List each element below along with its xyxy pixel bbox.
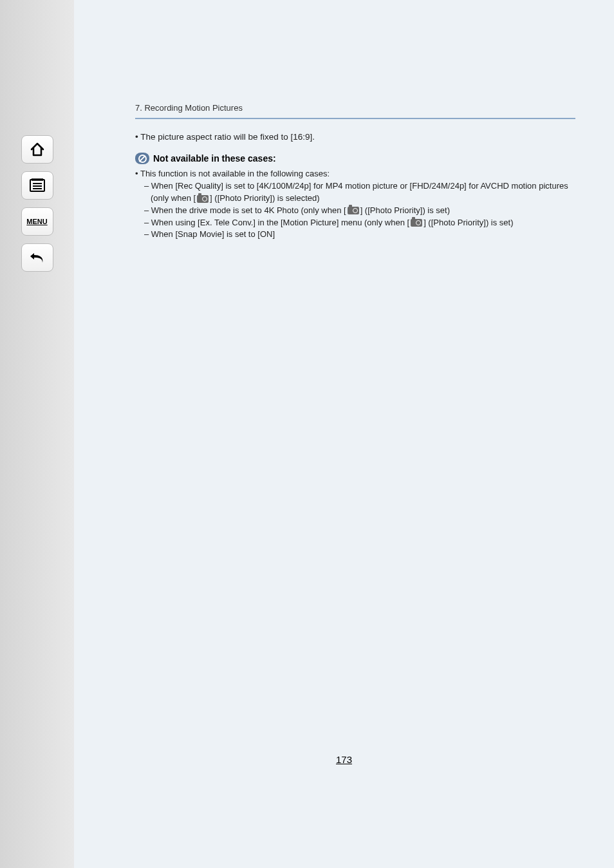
home-button[interactable]	[21, 135, 53, 164]
bullet-text: The picture aspect ratio will be fixed t…	[140, 132, 315, 142]
menu-button[interactable]: MENU	[21, 207, 53, 236]
dash-item-2: – When the drive mode is set to 4K Photo…	[135, 205, 575, 217]
back-icon	[29, 250, 46, 265]
chapter-heading: 7. Recording Motion Pictures	[135, 103, 575, 119]
body-bullet: • The picture aspect ratio will be fixed…	[135, 131, 575, 144]
sidebar: MENU	[0, 0, 74, 868]
note-intro: • This function is not available in the …	[135, 168, 575, 180]
back-button[interactable]	[21, 243, 53, 272]
menu-label: MENU	[26, 218, 47, 225]
page-content: 7. Recording Motion Pictures • The pictu…	[74, 0, 614, 868]
note-heading-row: Not available in these cases:	[135, 153, 575, 164]
camera-photo-priority-icon	[411, 219, 422, 227]
toc-button[interactable]	[21, 171, 53, 200]
dash-item-1: – When [Rec Quality] is set to [4K/100M/…	[135, 180, 575, 205]
toc-icon	[29, 178, 46, 193]
camera-photo-priority-icon	[197, 195, 209, 203]
page-number[interactable]: 173	[336, 754, 352, 765]
dash-item-3: – When using [Ex. Tele Conv.] in the [Mo…	[135, 217, 575, 229]
note-heading-text: Not available in these cases:	[153, 153, 276, 164]
camera-photo-priority-icon	[348, 207, 359, 214]
home-icon	[30, 142, 45, 157]
not-available-icon	[135, 153, 149, 164]
dash-item-4: – When [Snap Movie] is set to [ON]	[135, 229, 575, 241]
